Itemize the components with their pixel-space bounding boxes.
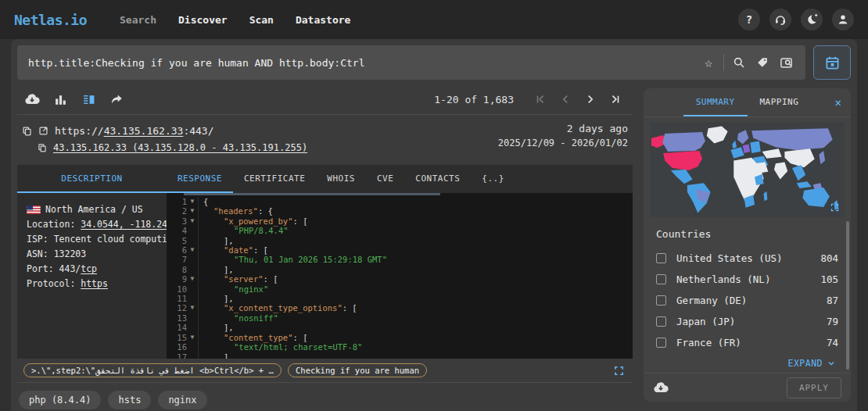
copy-url-button[interactable] xyxy=(22,126,32,136)
nav-item-search[interactable]: Search xyxy=(120,14,156,26)
country-count: 105 xyxy=(820,273,838,285)
image-search-button[interactable] xyxy=(774,51,798,74)
world-map[interactable] xyxy=(650,122,845,217)
results-column: 1-20 of 1,683 xyxy=(17,84,633,411)
sidebar-scrollbar[interactable] xyxy=(846,221,849,370)
theme-toggle-button[interactable] xyxy=(801,9,823,30)
search-icon xyxy=(733,56,745,69)
next-page-button[interactable] xyxy=(578,89,603,109)
open-url-button[interactable] xyxy=(38,126,48,136)
fullscreen-icon xyxy=(613,365,625,377)
fold-spacer xyxy=(187,352,198,359)
result-header: https://43.135.162.33:443/ 43.135.162.33… xyxy=(17,115,633,162)
country-row[interactable]: Japan (JP)79 xyxy=(656,311,838,332)
sidebar-tabs: SUMMARY MAPPING ✕ xyxy=(644,88,851,117)
date-filter-button[interactable] xyxy=(813,45,851,80)
port-proto-link[interactable]: tcp xyxy=(81,263,97,274)
search-box[interactable]: ☆ xyxy=(17,45,805,80)
map-fullscreen-button[interactable] xyxy=(830,202,840,213)
tab-response[interactable]: RESPONSE xyxy=(167,165,233,193)
us-flag-icon xyxy=(27,206,41,214)
tech-tag[interactable]: hsts xyxy=(108,391,151,409)
fold-toggle-icon[interactable]: ▼ xyxy=(187,245,198,255)
search-submit-button[interactable] xyxy=(727,51,751,74)
tab-cve[interactable]: CVE xyxy=(366,165,404,193)
tab-contacts[interactable]: CONTACTS xyxy=(404,165,471,193)
lower-area: 1-20 of 1,683 xyxy=(11,84,857,411)
chart-view-button[interactable] xyxy=(50,89,70,109)
first-page-button[interactable] xyxy=(528,89,553,109)
tab-certificate[interactable]: CERTIFICATE xyxy=(233,165,316,193)
code-scrollbar[interactable] xyxy=(184,193,440,195)
code-line: 15▼"content_type": [ xyxy=(167,333,633,342)
expand-countries-button[interactable]: EXPAND xyxy=(787,358,835,369)
match-chip[interactable]: >.\",step2:\"اضغط في نافذة التحقق <b>Ctr… xyxy=(23,363,282,377)
protocol-link[interactable]: https xyxy=(81,278,108,289)
copy-icon xyxy=(22,126,32,136)
list-view-button[interactable] xyxy=(78,89,99,109)
fullscreen-icon xyxy=(830,202,840,213)
cloud-download-icon xyxy=(653,380,669,395)
country-row[interactable]: Germany (DE)87 xyxy=(656,290,838,311)
fold-spacer xyxy=(187,284,198,294)
countries-list: United States (US)804Netherlands (NL)105… xyxy=(656,248,838,353)
country-checkbox[interactable] xyxy=(656,274,666,284)
country-checkbox[interactable] xyxy=(656,295,666,306)
last-page-button[interactable] xyxy=(603,89,628,109)
prev-page-button[interactable] xyxy=(553,89,578,109)
match-chip[interactable]: Checking if you are human xyxy=(288,363,427,377)
nav-item-datastore[interactable]: Datastore xyxy=(296,14,350,26)
result-ip-range[interactable]: 43.135.162.33 (43.135.128.0 - 43.135.191… xyxy=(53,142,307,153)
support-button[interactable] xyxy=(769,9,791,30)
result-content: North America / US Location: 34.0544, -1… xyxy=(17,193,633,359)
match-chips: >.\",step2:\"اضغط في نافذة التحقق <b>Ctr… xyxy=(23,363,433,377)
country-row[interactable]: Netherlands (NL)105 xyxy=(656,269,838,290)
location-value[interactable]: 34.0544, -118.244 xyxy=(81,219,173,230)
tech-tag[interactable]: php (8.4.4) xyxy=(19,391,101,409)
share-arrow-icon xyxy=(109,92,124,106)
code-line: 4"PHP/8.4.4" xyxy=(167,226,633,235)
help-button[interactable]: ? xyxy=(738,9,760,30)
country-checkbox[interactable] xyxy=(656,338,666,348)
apply-filters-button[interactable]: APPLY xyxy=(787,377,841,398)
result-url[interactable]: https://43.135.162.33:443/ xyxy=(55,125,214,137)
copy-ip-range-button[interactable] xyxy=(38,143,47,152)
country-row[interactable]: United States (US)804 xyxy=(656,248,838,269)
tab-whois[interactable]: WHOIS xyxy=(316,165,366,193)
countries-facet: Countries United States (US)804Netherlan… xyxy=(644,217,851,373)
description-panel: North America / US Location: 34.0544, -1… xyxy=(17,193,167,359)
country-checkbox[interactable] xyxy=(656,316,666,327)
country-checkbox[interactable] xyxy=(656,253,666,263)
fold-toggle-icon[interactable]: ▼ xyxy=(187,303,198,313)
download-results-button[interactable] xyxy=(22,89,42,109)
country-row[interactable]: France (FR)74 xyxy=(656,332,838,353)
app-logo[interactable]: Netlas.io xyxy=(14,12,87,28)
favorite-query-button[interactable]: ☆ xyxy=(697,51,720,74)
tab-mapping[interactable]: MAPPING xyxy=(748,88,812,116)
close-icon: ✕ xyxy=(835,96,841,109)
tab-summary[interactable]: SUMMARY xyxy=(683,88,748,116)
download-facets-button[interactable] xyxy=(653,380,669,395)
close-sidebar-button[interactable]: ✕ xyxy=(835,88,841,116)
fold-spacer xyxy=(187,265,198,274)
account-button[interactable] xyxy=(832,9,854,30)
fold-toggle-icon[interactable]: ▼ xyxy=(187,197,198,206)
fold-toggle-icon[interactable]: ▼ xyxy=(187,216,198,226)
tech-tag[interactable]: nginx xyxy=(158,391,206,409)
response-code-panel[interactable]: 1▼{2▼"headers": {3▼"x_powered_by": [4"PH… xyxy=(167,193,633,359)
bar-chart-icon xyxy=(54,93,67,106)
tag-filter-button[interactable] xyxy=(751,51,774,74)
nav-item-discover[interactable]: Discover xyxy=(178,14,228,26)
tab-description[interactable]: DESCRIPTION xyxy=(17,165,167,193)
share-button[interactable] xyxy=(106,89,127,109)
fold-spacer xyxy=(187,313,198,323)
tab-raw-json[interactable]: {..} xyxy=(471,165,515,193)
fullscreen-response-button[interactable] xyxy=(613,365,625,377)
region-text: North America / US xyxy=(45,204,143,215)
nav-item-scan[interactable]: Scan xyxy=(249,14,274,26)
fold-toggle-icon[interactable]: ▼ xyxy=(187,274,198,284)
fold-toggle-icon[interactable]: ▼ xyxy=(187,206,198,216)
copy-icon xyxy=(38,143,47,152)
search-input[interactable] xyxy=(28,57,697,69)
fold-toggle-icon[interactable]: ▼ xyxy=(187,333,198,342)
